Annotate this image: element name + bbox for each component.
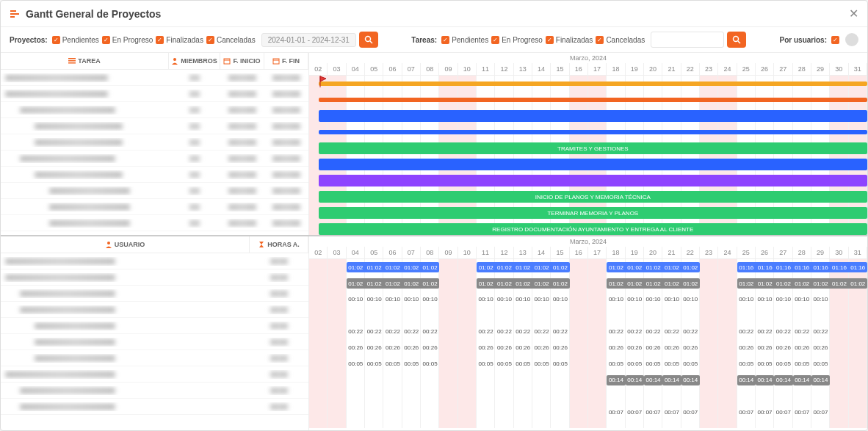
hours-cell <box>477 388 495 405</box>
gantt-bar[interactable] <box>319 110 867 122</box>
task-row[interactable] <box>1 86 308 102</box>
titlebar: Gantt General de Proyectos ✕ <box>1 1 867 27</box>
task-row[interactable] <box>1 215 308 231</box>
hours-bar[interactable]: 01:0201:0201:0201:0201:02 <box>347 278 440 289</box>
hours-bar[interactable]: 01:0201:0201:0201:0201:02 <box>477 278 570 289</box>
day-23: 23 <box>700 247 718 258</box>
tasks-timeline[interactable]: Marzo, 2024 0203040506070809101112131415… <box>309 53 867 235</box>
user-row[interactable] <box>1 286 308 302</box>
task-row[interactable] <box>1 167 308 183</box>
day-20: 20 <box>644 247 662 258</box>
col-tarea[interactable]: TAREA <box>1 53 169 69</box>
user-row[interactable] <box>1 366 308 383</box>
day-30: 30 <box>830 247 848 258</box>
task-status-finalizadas[interactable]: ✓Finalizadas <box>546 36 593 44</box>
users-checkbox[interactable]: ✓ <box>831 36 839 44</box>
hours-cell <box>830 308 848 324</box>
hours-bar[interactable]: 01:0201:0201:0201:0201:02 <box>477 262 570 272</box>
task-status-pendientes[interactable]: ✓Pendientes <box>441 36 488 44</box>
user-row[interactable] <box>1 334 308 350</box>
task-row[interactable] <box>1 118 308 134</box>
hours-cell: 00:22 <box>495 324 513 340</box>
user-row[interactable] <box>1 399 308 415</box>
day-21: 21 <box>662 63 681 75</box>
hours-cell <box>532 372 551 388</box>
task-search-input[interactable] <box>651 32 724 48</box>
user-row[interactable] <box>1 302 308 318</box>
task-row[interactable] <box>1 151 308 167</box>
hours-cell <box>328 324 346 340</box>
user-row[interactable] <box>1 350 308 366</box>
gantt-bar[interactable] <box>319 159 867 170</box>
gantt-bar[interactable]: TRAMITES Y GESTIONES <box>319 142 867 154</box>
close-button[interactable]: ✕ <box>849 7 858 21</box>
date-range-input[interactable]: 2024-01-01 - 2024-12-31 <box>261 33 356 47</box>
page-title: Gantt General de Proyectos <box>26 8 849 20</box>
project-status-canceladas[interactable]: ✓Canceladas <box>206 36 256 44</box>
hours-cell: 00:10 <box>383 291 402 308</box>
user-row[interactable] <box>1 383 308 399</box>
hours-cell <box>830 340 848 356</box>
hours-cell: 00:14 <box>607 375 625 385</box>
hours-cell <box>328 405 346 421</box>
search-projects-button[interactable] <box>359 32 378 48</box>
col-ffin[interactable]: F. FIN <box>264 53 308 69</box>
user-avatar[interactable] <box>845 33 858 46</box>
filter-bar: Proyectos: ✓Pendientes✓En Progreso✓Final… <box>1 27 867 53</box>
col-finicio[interactable]: F. INICIO <box>220 53 264 69</box>
gantt-bar[interactable] <box>319 98 867 102</box>
milestone-flag-icon[interactable] <box>319 76 328 87</box>
hours-cell: 00:22 <box>402 324 421 340</box>
task-status-en-progreso[interactable]: ✓En Progreso <box>491 36 543 44</box>
hours-cell <box>793 308 811 324</box>
gantt-bar[interactable] <box>319 130 867 134</box>
hours-cell: 00:22 <box>347 324 365 340</box>
col-miembros[interactable]: MIEMBROS <box>169 53 220 69</box>
col-usuario[interactable]: USUARIO <box>1 236 250 253</box>
project-status-en-progreso[interactable]: ✓En Progreso <box>102 36 153 44</box>
hours-cell <box>737 308 756 324</box>
hours-cell <box>700 308 718 324</box>
hours-bar[interactable]: 01:0201:0201:0201:0201:02 <box>607 262 700 272</box>
user-row[interactable] <box>1 318 308 334</box>
task-row[interactable] <box>1 70 308 86</box>
hours-bar[interactable]: 01:1601:1601:1601:1601:1601:1601:16 <box>737 262 867 272</box>
user-row[interactable] <box>1 253 308 269</box>
hours-bar[interactable]: 01:0201:0201:0201:0201:02 <box>347 262 440 272</box>
tareas-label: Tareas: <box>411 36 437 44</box>
day-06: 06 <box>383 63 402 75</box>
task-row[interactable] <box>1 134 308 151</box>
hours-cell <box>662 388 681 405</box>
hours-cell <box>439 340 457 356</box>
hours-cell <box>849 372 867 388</box>
day-07: 07 <box>402 63 421 75</box>
hours-bar[interactable]: 01:0201:0201:0201:0201:02 <box>607 278 700 289</box>
task-row[interactable] <box>1 102 308 118</box>
project-status-pendientes[interactable]: ✓Pendientes <box>52 36 99 44</box>
gantt-bar[interactable]: INICIO DE PLANOS Y MEMORIA TÉCNICA <box>319 191 867 203</box>
task-row[interactable] <box>1 199 308 215</box>
por-usuarios-label: Por usuarios: <box>780 36 827 44</box>
project-status-finalizadas[interactable]: ✓Finalizadas <box>156 36 203 44</box>
hours-cell: 00:26 <box>811 340 830 356</box>
user-row[interactable] <box>1 269 308 286</box>
search-tasks-button[interactable] <box>727 32 746 48</box>
users-timeline[interactable]: Marzo, 2024 0203040506070809101112131415… <box>309 236 867 431</box>
hours-cell <box>681 308 700 324</box>
col-horas[interactable]: HORAS A. <box>250 236 308 253</box>
day-24: 24 <box>718 63 737 75</box>
task-status-canceladas[interactable]: ✓Canceladas <box>596 36 645 44</box>
hours-cell <box>347 372 365 388</box>
task-row[interactable] <box>1 183 308 199</box>
hours-cell <box>700 340 718 356</box>
gantt-bar[interactable]: REGISTRO DOCUMENTACIÓN AYUNTAMIENTO Y EN… <box>319 223 867 235</box>
gantt-bar[interactable]: TERMINAR MEMORIA Y PLANOS <box>319 207 867 219</box>
hours-cell <box>570 324 588 340</box>
gantt-bar[interactable] <box>319 175 867 186</box>
hours-bar[interactable]: 01:0201:0201:0201:0201:0201:0201:02 <box>737 278 867 289</box>
hours-cell <box>849 405 867 421</box>
hours-cell <box>383 405 402 421</box>
gantt-bar[interactable] <box>319 82 867 86</box>
svg-point-15 <box>107 242 110 245</box>
hours-cell <box>756 308 774 324</box>
